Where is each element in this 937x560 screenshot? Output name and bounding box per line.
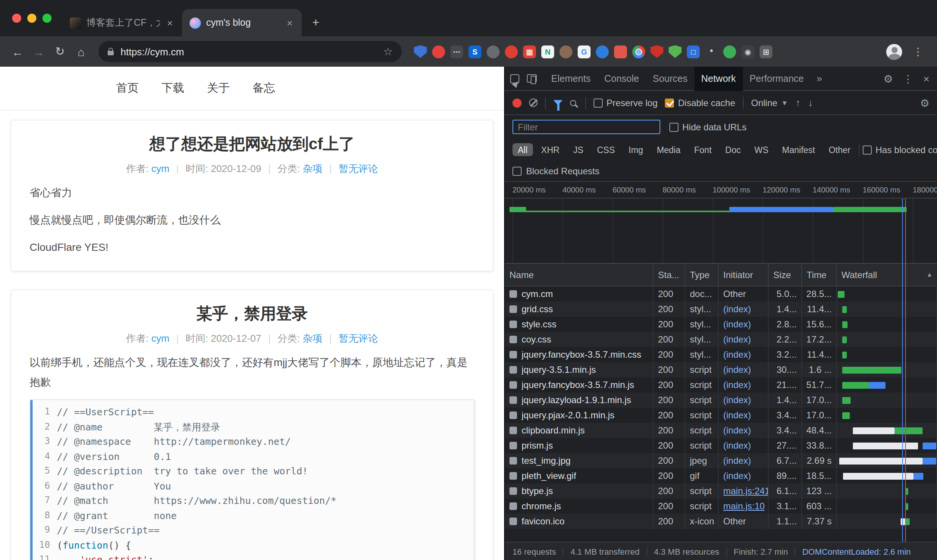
cell-initiator[interactable]: (index) xyxy=(719,453,769,468)
meta-link[interactable]: cym xyxy=(151,163,169,174)
filter-pill-img[interactable]: Img xyxy=(623,143,648,156)
devtools-tab-performance[interactable]: Performance xyxy=(743,67,810,91)
ext-icon-claw[interactable]: * xyxy=(705,45,718,58)
browser-tab-1[interactable]: 博客套上了CF，大家来试试速度 × xyxy=(62,9,182,36)
network-request-row[interactable]: jquery-3.5.1.min.js200script(index)30...… xyxy=(505,362,937,377)
cell-name[interactable]: jquery-3.5.1.min.js xyxy=(505,362,653,377)
post-title[interactable]: 某乎，禁用登录 xyxy=(30,304,475,324)
ext-icon-translate-g[interactable]: G xyxy=(578,45,591,58)
network-request-row[interactable]: favicon.ico200x-iconOther1.1...7.37 s xyxy=(505,514,937,529)
cell-initiator[interactable]: (index) xyxy=(719,377,769,393)
network-request-row[interactable]: jquery.fancybox-3.5.7.min.css200styl...(… xyxy=(505,347,937,362)
search-icon[interactable] xyxy=(570,100,576,106)
cell-name[interactable]: coy.css xyxy=(505,332,653,347)
ext-icon-blue-shield[interactable] xyxy=(414,45,427,58)
checkbox[interactable] xyxy=(669,122,678,131)
ext-icon-ublock-shield[interactable] xyxy=(650,45,663,58)
cell-initiator[interactable]: (index) xyxy=(719,423,769,438)
devtools-tab-elements[interactable]: Elements xyxy=(544,67,597,91)
filter-pill-js[interactable]: JS xyxy=(568,143,589,156)
filter-pill-xhr[interactable]: XHR xyxy=(536,143,565,156)
network-settings-icon[interactable]: ⚙ xyxy=(920,97,929,109)
hide-data-urls-checkbox[interactable]: Hide data URLs xyxy=(669,122,746,132)
ext-icon-orange-card[interactable] xyxy=(614,45,627,58)
ext-icon-power[interactable] xyxy=(487,45,500,58)
network-request-row[interactable]: btype.js200scriptmain.js:2416.1...123 ..… xyxy=(505,483,937,499)
nav-item[interactable]: 下载 xyxy=(155,78,190,99)
ext-icon-blue-s[interactable]: S xyxy=(468,45,481,58)
network-request-row[interactable]: chrome.js200scriptmain.js:103.1...603 ..… xyxy=(505,499,937,514)
cell-initiator[interactable]: (index) xyxy=(719,317,769,332)
filter-pill-ws[interactable]: WS xyxy=(749,143,774,156)
browser-tab-2[interactable]: cym's blog × xyxy=(182,9,302,36)
cell-name[interactable]: pleth_view.gif xyxy=(505,468,653,483)
close-window-button[interactable] xyxy=(12,14,21,23)
ext-icon-blue-globe[interactable] xyxy=(596,45,609,58)
meta-link[interactable]: 杂项 xyxy=(302,333,322,344)
network-request-row[interactable]: cym.cm200doc...Other5.0...28.5... xyxy=(505,286,937,302)
nav-item[interactable]: 关于 xyxy=(201,78,236,99)
cell-initiator[interactable]: (index) xyxy=(719,362,769,377)
cell-initiator[interactable]: (index) xyxy=(719,438,769,453)
network-request-row[interactable]: jquery.lazyload-1.9.1.min.js200script(in… xyxy=(505,393,937,408)
filter-pill-css[interactable]: CSS xyxy=(592,143,620,156)
ext-icon-chrome-wheel[interactable] xyxy=(632,45,645,58)
ext-icon-puzzle[interactable]: ⊞ xyxy=(760,45,772,58)
column-header-time[interactable]: Time xyxy=(802,264,837,286)
cell-initiator[interactable]: (index) xyxy=(719,393,769,408)
cell-name[interactable]: cym.cm xyxy=(505,286,653,302)
network-request-row[interactable]: clipboard.min.js200script(index)3.4...48… xyxy=(505,423,937,438)
cell-name[interactable]: jquery.fancybox-3.5.7.min.css xyxy=(505,347,653,362)
cell-initiator[interactable]: main.js:10 xyxy=(719,499,769,514)
ext-icon-red-circle[interactable] xyxy=(432,45,445,58)
checkbox[interactable] xyxy=(594,98,603,107)
preserve-log-checkbox[interactable]: Preserve log xyxy=(594,97,658,108)
filter-pill-other[interactable]: Other xyxy=(823,143,856,156)
devtools-settings-icon[interactable]: ⚙ xyxy=(884,72,893,84)
ext-icon-green-circle[interactable] xyxy=(723,45,736,58)
forward-button[interactable]: → xyxy=(29,42,49,61)
record-icon[interactable] xyxy=(512,98,522,107)
cell-name[interactable]: style.css xyxy=(505,317,653,332)
minimize-window-button[interactable] xyxy=(27,14,36,23)
network-request-row[interactable]: test_img.jpg200jpeg(index)6.7...2.69 s xyxy=(505,453,937,468)
devtools-close-icon[interactable]: × xyxy=(923,72,929,84)
new-tab-button[interactable]: + xyxy=(306,13,325,32)
ext-icon-blue-square[interactable]: □ xyxy=(687,45,700,58)
import-har-icon[interactable]: ↑ xyxy=(796,97,801,108)
cell-initiator[interactable]: (index) xyxy=(719,468,769,483)
post-title[interactable]: 想了想还是把网站放到cf上了 xyxy=(30,134,475,154)
ext-icon-red-badge[interactable] xyxy=(505,45,518,58)
column-header-initiator[interactable]: Initiator xyxy=(719,264,769,286)
export-har-icon[interactable]: ↓ xyxy=(808,97,813,108)
more-tabs-icon[interactable]: » xyxy=(812,73,827,84)
ext-icon-dark-app[interactable]: ⋯ xyxy=(450,45,463,58)
tab-close-icon[interactable]: × xyxy=(166,17,174,28)
cell-name[interactable]: jquery.lazyload-1.9.1.min.js xyxy=(505,393,653,408)
checkbox-checked[interactable] xyxy=(665,98,674,107)
cell-name[interactable]: clipboard.min.js xyxy=(505,423,653,438)
column-header-size[interactable]: Size xyxy=(769,264,802,286)
devtools-tab-console[interactable]: Console xyxy=(597,67,646,91)
ext-icon-owl[interactable] xyxy=(559,45,572,58)
filter-pill-doc[interactable]: Doc xyxy=(720,143,746,156)
nav-item[interactable]: 备忘 xyxy=(246,78,281,99)
cell-name[interactable]: chrome.js xyxy=(505,499,653,514)
ext-icon-dark-camera[interactable]: ◉ xyxy=(741,45,754,58)
column-header-status[interactable]: Sta... xyxy=(653,264,685,286)
back-button[interactable]: ← xyxy=(8,42,27,61)
network-request-row[interactable]: prism.js200script(index)27....33.8... xyxy=(505,438,937,453)
cell-initiator[interactable]: (index) xyxy=(719,332,769,347)
column-header-name[interactable]: Name xyxy=(505,264,653,286)
devtools-tab-network[interactable]: Network xyxy=(694,67,743,91)
network-request-row[interactable]: pleth_view.gif200gif(index)89....18.5... xyxy=(505,468,937,483)
filter-pill-all[interactable]: All xyxy=(512,143,533,156)
ext-icon-green-n[interactable]: N xyxy=(541,45,554,58)
maximize-window-button[interactable] xyxy=(42,14,52,23)
meta-link[interactable]: 杂项 xyxy=(302,163,322,174)
browser-menu-icon[interactable]: ⋮ xyxy=(910,45,926,58)
network-request-row[interactable]: grid.css200styl...(index)1.4...11.4... xyxy=(505,302,937,317)
timeline-overview[interactable] xyxy=(505,199,937,264)
filter-pill-font[interactable]: Font xyxy=(689,143,717,156)
cell-name[interactable]: favicon.ico xyxy=(505,514,653,529)
